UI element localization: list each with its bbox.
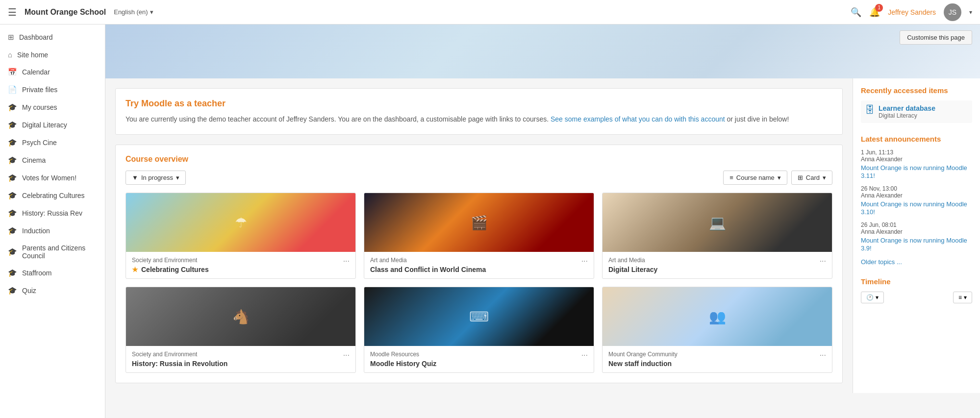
search-icon[interactable]: 🔍 (851, 7, 861, 18)
sidebar-item-site-home[interactable]: ⌂ Site home (0, 46, 105, 63)
digital-literacy-icon: 🎓 (8, 121, 17, 129)
card-header-history-russia-revolution: Society and Environment ··· (132, 351, 350, 360)
view-card[interactable]: ⊞ Card ▾ (791, 171, 832, 185)
sidebar-item-private-files[interactable]: 📄 Private files (0, 81, 105, 98)
card-title-new-staff-induction: New staff induction (608, 360, 826, 368)
card-body-digital-literacy: Art and Media ··· Digital Literacy (603, 252, 832, 278)
celebrating-cultures-icon: 🎓 (8, 191, 17, 200)
topnav-right: 🔍 🔔 1 Jeffrey Sanders JS ▾ (851, 3, 972, 21)
card-image-icon-moodle-history-quiz: ⌨ (364, 287, 594, 346)
card-menu-history-russia-revolution[interactable]: ··· (343, 351, 350, 360)
sidebar-item-my-courses[interactable]: 🎓 My courses (0, 98, 105, 116)
private-files-icon: 📄 (8, 85, 17, 94)
card-category-class-conflict-cinema: Art and Media (370, 257, 407, 264)
card-header-class-conflict-cinema: Art and Media ··· (370, 257, 588, 266)
announcement-link[interactable]: Mount Orange is now running Moodle 3.9! (861, 237, 967, 252)
course-card-class-conflict-cinema[interactable]: 🎬 Art and Media ··· Class and Conflict i… (364, 193, 594, 279)
filter-label: In progress (141, 174, 173, 181)
language-selector[interactable]: English (en) ▾ (114, 8, 153, 16)
sidebar-label-dashboard: Dashboard (19, 33, 53, 41)
sidebar-item-staffroom[interactable]: 🎓 Staffroom (0, 264, 105, 282)
card-menu-celebrating-cultures[interactable]: ··· (343, 257, 350, 266)
sidebar-item-digital-literacy[interactable]: 🎓 Digital Literacy (0, 116, 105, 134)
content-area: Try Moodle as a teacher You are currentl… (105, 78, 980, 393)
sidebar-item-dashboard[interactable]: ⊞ Dashboard (0, 28, 105, 46)
announcement-author: Anna Alexander (861, 156, 972, 163)
recently-accessed-title: Recently accessed items (861, 86, 972, 95)
customise-page-button[interactable]: Customise this page (900, 30, 972, 45)
announcement-link[interactable]: Mount Orange is now running Moodle 3.10! (861, 200, 967, 216)
calendar-icon: 📅 (8, 68, 17, 76)
sidebar-item-calendar[interactable]: 📅 Calendar (0, 63, 105, 81)
card-body-moodle-history-quiz: Moodle Resources ··· Moodle History Quiz (364, 346, 594, 372)
announcement-link[interactable]: Mount Orange is now running Moodle 3.11! (861, 164, 967, 179)
course-card-celebrating-cultures[interactable]: ☂ Society and Environment ··· ★ Celebrat… (126, 193, 356, 279)
database-icon: 🗄 (865, 104, 875, 116)
staffroom-icon: 🎓 (8, 269, 17, 277)
recently-item-details: Learner database Digital Literacy (879, 104, 935, 119)
timeline-sort-icon: ≡ (958, 294, 962, 301)
card-title-history-russia-revolution: History: Russia in Revolution (132, 360, 350, 368)
card-category-celebrating-cultures: Society and Environment (132, 257, 197, 264)
sidebar-label-history-russia-rev: History: Russia Rev (22, 209, 82, 217)
card-menu-digital-literacy[interactable]: ··· (820, 257, 826, 266)
hamburger-menu[interactable]: ☰ (8, 6, 17, 18)
recently-item-link[interactable]: Learner database (879, 104, 935, 112)
timeline-filter-btn[interactable]: 🕐 ▾ (861, 292, 884, 303)
card-header-new-staff-induction: Mount Orange Community ··· (608, 351, 826, 360)
sidebar-label-celebrating-cultures: Celebrating Cultures (22, 192, 85, 199)
sidebar-item-parents-citizens-council[interactable]: 🎓 Parents and Citizens Council (0, 240, 105, 264)
card-category-new-staff-induction: Mount Orange Community (608, 351, 678, 358)
votes-for-women-icon: 🎓 (8, 173, 17, 182)
card-title-text-celebrating-cultures: Celebrating Cultures (141, 266, 209, 273)
avatar[interactable]: JS (944, 3, 961, 21)
sort-chevron: ▾ (778, 174, 781, 181)
try-moodle-title: Try Moodle as a teacher (126, 98, 832, 109)
sidebar-label-quiz: Quiz (22, 287, 36, 295)
star-icon-celebrating-cultures: ★ (132, 266, 138, 273)
try-moodle-link[interactable]: See some examples of what you can do wit… (551, 115, 725, 123)
card-body-class-conflict-cinema: Art and Media ··· Class and Conflict in … (364, 252, 594, 278)
user-name[interactable]: Jeffrey Sanders (888, 8, 936, 16)
recently-accessed-item: 🗄 Learner database Digital Literacy (861, 100, 972, 123)
card-header-celebrating-cultures: Society and Environment ··· (132, 257, 350, 266)
sidebar-item-quiz[interactable]: 🎓 Quiz (0, 282, 105, 299)
filter-chevron: ▾ (176, 174, 179, 181)
user-chevron[interactable]: ▾ (969, 9, 972, 16)
notifications-bell[interactable]: 🔔 1 (869, 7, 880, 18)
announcement-item: 1 Jun, 11:13 Anna Alexander Mount Orange… (861, 149, 972, 179)
card-menu-moodle-history-quiz[interactable]: ··· (581, 351, 588, 360)
card-title-text-digital-literacy: Digital Literacy (608, 266, 657, 273)
card-menu-new-staff-induction[interactable]: ··· (820, 351, 826, 360)
sidebar-item-cinema[interactable]: 🎓 Cinema (0, 151, 105, 169)
sidebar-item-psych-cine[interactable]: 🎓 Psych Cine (0, 134, 105, 151)
sidebar-item-celebrating-cultures[interactable]: 🎓 Celebrating Cultures (0, 187, 105, 204)
sidebar-label-private-files: Private files (22, 86, 57, 94)
card-image-digital-literacy: 💻 (603, 193, 832, 252)
view-icon: ⊞ (798, 174, 803, 181)
older-topics-link[interactable]: Older topics ... (861, 258, 902, 266)
sidebar-item-induction[interactable]: 🎓 Induction (0, 222, 105, 240)
card-category-moodle-history-quiz: Moodle Resources (370, 351, 419, 358)
sort-by-course-name[interactable]: ≡ Course name ▾ (723, 171, 787, 185)
card-title-moodle-history-quiz: Moodle History Quiz (370, 360, 588, 368)
course-card-new-staff-induction[interactable]: 👥 Mount Orange Community ··· New staff i… (602, 287, 832, 373)
topnav-left: ☰ Mount Orange School English (en) ▾ (8, 6, 153, 18)
filter-bar: ▼ In progress ▾ ≡ Course name ▾ (126, 171, 832, 185)
sidebar-label-votes-for-women: Votes for Women! (22, 174, 76, 182)
card-image-history-russia-revolution: 🐴 (126, 287, 355, 346)
sidebar-item-history-russia-rev[interactable]: 🎓 History: Russia Rev (0, 204, 105, 222)
card-image-icon-history-russia-revolution: 🐴 (126, 287, 355, 346)
card-menu-class-conflict-cinema[interactable]: ··· (581, 257, 588, 266)
timeline-sort-btn[interactable]: ≡ ▾ (953, 292, 972, 303)
timeline-controls: 🕐 ▾ ≡ ▾ (861, 292, 972, 303)
announcement-date: 26 Jun, 08:01 (861, 221, 972, 228)
sidebar-label-calendar: Calendar (22, 68, 50, 76)
card-title-text-moodle-history-quiz: Moodle History Quiz (370, 360, 436, 368)
in-progress-filter[interactable]: ▼ In progress ▾ (126, 171, 186, 185)
try-moodle-text: You are currently using the demo teacher… (126, 114, 832, 124)
sidebar-item-votes-for-women[interactable]: 🎓 Votes for Women! (0, 169, 105, 187)
course-card-history-russia-revolution[interactable]: 🐴 Society and Environment ··· History: R… (126, 287, 356, 373)
course-card-moodle-history-quiz[interactable]: ⌨ Moodle Resources ··· Moodle History Qu… (364, 287, 594, 373)
course-card-digital-literacy[interactable]: 💻 Art and Media ··· Digital Literacy (602, 193, 832, 279)
